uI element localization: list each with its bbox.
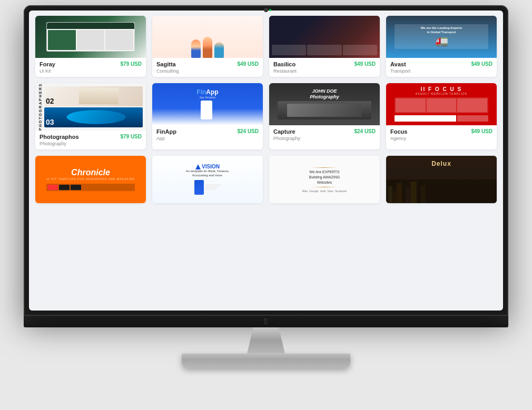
amazing-text-content: We Are EXPERTSBuilding AMAZINGWebsites bbox=[302, 169, 347, 185]
product-category-finapp: App bbox=[156, 136, 259, 141]
product-name-photographos: Photographos bbox=[40, 134, 79, 140]
product-info-focus: Focus $49 USD Agency bbox=[386, 125, 497, 144]
product-price-avast: $49 USD bbox=[471, 61, 492, 67]
products-row-1: Foray $79 USD Ui Kit bbox=[35, 16, 497, 77]
product-name-avast: Avast bbox=[390, 61, 406, 67]
product-thumb-delux: Delux bbox=[386, 156, 497, 203]
vision-tagline-text: An template for Bank, Finance,Accounting… bbox=[161, 169, 254, 178]
product-card-finapp[interactable]: FinApp App Template bbox=[152, 83, 263, 149]
product-name-capture: Capture bbox=[273, 128, 295, 135]
product-name-focus: Focus bbox=[390, 128, 407, 135]
product-thumb-sagitta bbox=[152, 16, 263, 58]
product-info-capture: Capture $24 USD Photography bbox=[269, 125, 380, 144]
product-info-foray: Foray $79 USD Ui Kit bbox=[35, 58, 146, 77]
product-category-photographos: Photography bbox=[40, 141, 142, 146]
product-name-foray: Foray bbox=[40, 61, 55, 67]
monitor-screen-outer: Foray $79 USD Ui Kit bbox=[24, 5, 508, 316]
product-thumb-chronicle: Chronicle UI KIT TEMPLATE FOR NEWSPAPER … bbox=[35, 156, 146, 203]
product-name-sagitta: Sagitta bbox=[156, 61, 176, 67]
product-price-basilico: $49 USD bbox=[354, 61, 376, 67]
product-card-photographos[interactable]: PHOTOGRAPHERS 02 03 bbox=[35, 83, 146, 149]
camera-dot bbox=[264, 8, 268, 12]
product-info-photographos: Photographos $79 USD Photography bbox=[35, 131, 146, 149]
product-category-basilico: Restaurant bbox=[273, 68, 376, 74]
partner-logo-uber: Uber bbox=[328, 189, 333, 193]
product-category-foray: Ui Kit bbox=[40, 68, 142, 74]
row-label-photographers: PHOTOGRAPHERS bbox=[37, 85, 43, 128]
product-thumb-focus: II F O C U S AGENCY WEBFLOW TEMPLATE bbox=[386, 83, 497, 125]
capture-title-text: JOHN DOEPhotography bbox=[278, 88, 372, 100]
delux-title-text: Delux bbox=[431, 160, 451, 167]
product-thumb-vision: VISION An template for Bank, Finance,Acc… bbox=[152, 156, 263, 203]
finapp-sub-text: App Template bbox=[200, 96, 215, 99]
product-price-finapp: $24 USD bbox=[237, 128, 259, 134]
monitor-base bbox=[182, 354, 350, 368]
product-card-vision[interactable]: VISION An template for Bank, Finance,Acc… bbox=[152, 156, 263, 203]
product-category-capture: Photography bbox=[273, 136, 376, 141]
product-price-foray: $79 USD bbox=[120, 61, 142, 67]
monitor-neck bbox=[234, 327, 298, 354]
products-row-2: PHOTOGRAPHERS 02 03 bbox=[35, 83, 497, 149]
product-info-sagitta: Sagitta $49 USD Consulting bbox=[152, 58, 263, 77]
monitor-chin:  bbox=[24, 316, 508, 327]
product-name-basilico: Basilico bbox=[273, 61, 295, 67]
chronicle-title-text: Chronicle bbox=[46, 168, 134, 177]
product-info-basilico: Basilico $49 USD Restaurant bbox=[269, 58, 380, 77]
partner-logo-google: Google bbox=[309, 189, 318, 193]
chronicle-sub-text: UI KIT TEMPLATE FOR NEWSPAPER AND MAGAZI… bbox=[46, 177, 134, 181]
product-card-avast[interactable]: We are the Leading Expertsin Global Tran… bbox=[386, 16, 497, 77]
apple-logo-icon:  bbox=[264, 317, 268, 326]
product-card-capture[interactable]: JOHN DOEPhotography Capture $24 USD bbox=[269, 83, 380, 149]
product-thumb-amazing: We Are EXPERTSBuilding AMAZINGWebsites N… bbox=[269, 156, 380, 203]
partner-logo-facebook: facebook bbox=[335, 189, 347, 193]
product-thumb-photographos: PHOTOGRAPHERS 02 03 bbox=[35, 83, 146, 131]
product-thumb-capture: JOHN DOEPhotography bbox=[269, 83, 380, 125]
product-card-amazing[interactable]: We Are EXPERTSBuilding AMAZINGWebsites N… bbox=[269, 156, 380, 203]
product-category-avast: Transport bbox=[390, 68, 492, 74]
product-card-focus[interactable]: II F O C U S AGENCY WEBFLOW TEMPLATE bbox=[386, 83, 497, 149]
product-price-photographos: $79 USD bbox=[120, 134, 142, 139]
product-price-capture: $24 USD bbox=[354, 128, 376, 134]
svg-marker-0 bbox=[195, 164, 201, 169]
product-card-chronicle[interactable]: Chronicle UI KIT TEMPLATE FOR NEWSPAPER … bbox=[35, 156, 146, 203]
product-category-focus: Agency bbox=[390, 136, 492, 141]
finapp-logo-text: FinApp bbox=[196, 88, 218, 96]
monitor-wrapper: Foray $79 USD Ui Kit bbox=[13, 5, 519, 405]
product-name-finapp: FinApp bbox=[156, 128, 176, 135]
partner-logo-nike: Nike bbox=[302, 189, 308, 193]
focus-title-text: II F O C U S bbox=[395, 86, 489, 92]
product-category-sagitta: Consulting bbox=[156, 68, 259, 74]
camera-light bbox=[269, 9, 271, 11]
monitor-screen: Foray $79 USD Ui Kit bbox=[29, 11, 503, 311]
product-thumb-avast: We are the Leading Expertsin Global Tran… bbox=[386, 16, 497, 58]
product-thumb-basilico bbox=[269, 16, 380, 58]
product-thumb-finapp: FinApp App Template bbox=[152, 83, 263, 125]
product-info-avast: Avast $49 USD Transport bbox=[386, 58, 497, 77]
product-price-sagitta: $49 USD bbox=[237, 61, 259, 67]
product-card-basilico[interactable]: Basilico $49 USD Restaurant bbox=[269, 16, 380, 77]
product-info-finapp: FinApp $24 USD App bbox=[152, 125, 263, 144]
product-price-focus: $49 USD bbox=[471, 128, 492, 134]
screen-content: Foray $79 USD Ui Kit bbox=[29, 11, 503, 311]
product-thumb-foray bbox=[35, 16, 146, 58]
focus-sub-text: AGENCY WEBFLOW TEMPLATE bbox=[395, 92, 489, 95]
product-card-sagitta[interactable]: Sagitta $49 USD Consulting bbox=[152, 16, 263, 77]
vision-logo-text: VISION bbox=[161, 164, 254, 169]
product-card-delux[interactable]: Delux bbox=[386, 156, 497, 203]
products-row-3: Chronicle UI KIT TEMPLATE FOR NEWSPAPER … bbox=[35, 156, 497, 203]
partner-logo-audi: Audi bbox=[320, 189, 326, 193]
product-card-foray[interactable]: Foray $79 USD Ui Kit bbox=[35, 16, 146, 77]
